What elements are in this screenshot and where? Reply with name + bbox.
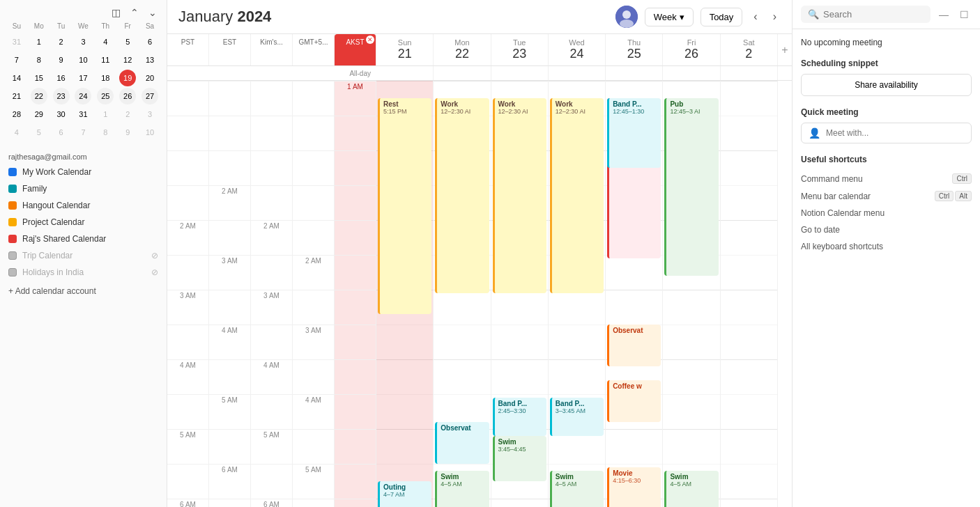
day-col-thu25[interactable]: Flying back home12–4 AMBand P...12:45–1:… — [606, 81, 663, 507]
event-thu25-2[interactable]: Observat — [607, 325, 661, 366]
mini-cal-day[interactable]: 28 — [8, 106, 25, 123]
mini-cal-day[interactable]: 8 — [97, 124, 114, 141]
calendar-item-raj-shared[interactable]: Raj's Shared Calendar — [0, 231, 167, 247]
calendar-item-my-work[interactable]: My Work Calendar — [0, 164, 167, 180]
mini-cal-day[interactable]: 20 — [141, 70, 158, 86]
day-col-mon22[interactable]: Work12–2:30 AIObservatSwim4–5 AM — [434, 81, 491, 507]
event-mon22-1[interactable]: Observat — [435, 422, 489, 464]
event-wed24-1[interactable]: Band P...3–3:45 AM — [550, 398, 604, 436]
mini-cal-day[interactable]: 10 — [75, 52, 91, 68]
mini-cal-day[interactable]: 4 — [97, 33, 114, 50]
user-avatar[interactable] — [615, 6, 638, 28]
mini-cal-day[interactable]: 2 — [53, 33, 70, 50]
calendar-item-trip[interactable]: Trip Calendar⊘ — [0, 247, 167, 264]
mini-cal-day[interactable]: 7 — [8, 52, 25, 68]
event-thu25-3[interactable]: Coffee w — [607, 380, 661, 422]
calendar-item-holidays[interactable]: Holidays in India⊘ — [0, 264, 167, 281]
day-col-wed24[interactable]: Work12–2:30 AIBand P...3–3:45 AMSwim4–5 … — [549, 81, 606, 507]
day-header-wed24[interactable]: Wed24 — [549, 34, 606, 65]
mini-cal-day[interactable]: 6 — [141, 33, 158, 50]
mini-cal-day[interactable]: 17 — [75, 70, 91, 86]
calendar-item-project[interactable]: Project Calendar — [0, 214, 167, 231]
event-tue23-0[interactable]: Work12–2:30 AI — [493, 98, 546, 293]
mini-cal-day[interactable]: 31 — [75, 106, 91, 123]
mini-cal-day[interactable]: 16 — [53, 70, 70, 86]
view-selector-btn[interactable]: Week ▾ — [645, 8, 694, 26]
event-fri26-1[interactable]: Swim4–5 AM — [664, 471, 718, 507]
mini-cal-day[interactable]: 27 — [141, 88, 158, 104]
day-col-sun21[interactable]: Rest5:15 PMOuting4–7 AM — [376, 81, 434, 507]
event-wed24-0[interactable]: Work12–2:30 AI — [550, 98, 604, 293]
event-wed24-2[interactable]: Swim4–5 AM — [550, 471, 604, 507]
mini-cal-day[interactable]: 31 — [8, 33, 25, 50]
mini-cal-day[interactable]: 5 — [119, 33, 136, 50]
mini-cal-day[interactable]: 5 — [31, 124, 47, 141]
sidebar-toggle-btn[interactable]: ◫ — [109, 6, 123, 20]
share-availability-btn[interactable]: Share availability — [801, 74, 972, 96]
mini-cal-day[interactable]: 25 — [97, 88, 114, 104]
day-header-sun21[interactable]: Sun21 — [376, 34, 434, 65]
calendar-item-family[interactable]: Family — [0, 180, 167, 197]
mini-cal-day[interactable]: 18 — [97, 70, 114, 86]
mini-cal-day[interactable]: 22 — [31, 88, 47, 104]
mini-cal-day[interactable]: 8 — [31, 52, 47, 68]
mini-cal-day[interactable]: 19 — [119, 70, 136, 86]
shortcut-row-4[interactable]: All keyboard shortcuts — [801, 238, 972, 255]
mini-cal-day[interactable]: 2 — [119, 106, 136, 123]
mini-cal-prev-btn[interactable]: ⌃ — [128, 6, 141, 20]
event-thu25-1[interactable]: Band P...12:45–1:30 — [607, 98, 661, 168]
today-btn[interactable]: Today — [700, 8, 743, 26]
event-sun21-1[interactable]: Outing4–7 AM — [378, 481, 431, 507]
mini-cal-day[interactable]: 3 — [75, 33, 91, 50]
calendar-item-hangout[interactable]: Hangout Calendar — [0, 197, 167, 214]
day-header-tue23[interactable]: Tue23 — [491, 34, 549, 65]
day-header-sat2[interactable]: Sat2 — [721, 34, 778, 65]
mini-cal-day[interactable]: 4 — [8, 124, 25, 141]
mini-cal-day[interactable]: 21 — [8, 88, 25, 104]
shortcut-row-2[interactable]: Notion Calendar menu — [801, 205, 972, 221]
minimize-btn[interactable]: — — [936, 8, 951, 22]
next-week-btn[interactable]: › — [769, 8, 781, 26]
mini-cal-day[interactable]: 1 — [97, 106, 114, 123]
shortcut-row-1[interactable]: Menu bar calendarCtrlAlt — [801, 187, 972, 205]
shortcut-row-3[interactable]: Go to date — [801, 221, 972, 238]
mini-cal-day[interactable]: 13 — [141, 52, 158, 68]
shortcut-row-0[interactable]: Command menuCtrl — [801, 170, 972, 187]
mini-cal-day[interactable]: 7 — [75, 124, 91, 141]
day-header-thu25[interactable]: Thu25 — [606, 34, 663, 65]
mini-cal-day[interactable]: 23 — [53, 88, 70, 104]
mini-cal-day[interactable]: 11 — [97, 52, 114, 68]
event-tue23-1[interactable]: Band P...2:45–3:30 — [493, 398, 546, 436]
mini-cal-day[interactable]: 15 — [31, 70, 47, 86]
event-sun21-0[interactable]: Rest5:15 PM — [378, 98, 431, 314]
mini-cal-day[interactable]: 24 — [75, 88, 91, 104]
mini-cal-day[interactable]: 10 — [141, 124, 158, 141]
mini-cal-next-btn[interactable]: ⌄ — [146, 6, 160, 20]
search-input[interactable] — [823, 9, 924, 20]
add-calendar-account-btn[interactable]: + Add calendar account — [0, 281, 167, 302]
mini-cal-day[interactable]: 1 — [31, 33, 47, 50]
mini-cal-day[interactable]: 26 — [119, 88, 136, 104]
event-mon22-0[interactable]: Work12–2:30 AI — [435, 98, 489, 293]
meet-with-input[interactable] — [826, 128, 964, 138]
mini-cal-day[interactable]: 9 — [119, 124, 136, 141]
mini-cal-day[interactable]: 12 — [119, 52, 136, 68]
mini-cal-day[interactable]: 29 — [31, 106, 47, 123]
day-header-fri26[interactable]: Fri26 — [663, 34, 720, 65]
day-col-tue23[interactable]: Work12–2:30 AIBand P...2:45–3:30Swim3:45… — [491, 81, 549, 507]
prev-week-btn[interactable]: ‹ — [749, 8, 761, 26]
tz-remove-akst-btn[interactable]: ✕ — [366, 36, 374, 44]
day-col-fri26[interactable]: Pub12:45–3 AISwim4–5 AM — [663, 81, 720, 507]
event-fri26-0[interactable]: Pub12:45–3 AI — [664, 98, 718, 276]
day-header-mon22[interactable]: Mon22 — [434, 34, 491, 65]
maximize-btn[interactable]: ☐ — [957, 8, 972, 22]
day-col-sat2[interactable] — [721, 81, 778, 507]
mini-cal-day[interactable]: 3 — [141, 106, 158, 123]
mini-cal-day[interactable]: 6 — [53, 124, 70, 141]
mini-cal-day[interactable]: 30 — [53, 106, 70, 123]
event-thu25-4[interactable]: Movie4:15–6:30 — [607, 467, 661, 507]
event-mon22-2[interactable]: Swim4–5 AM — [435, 471, 489, 507]
event-tue23-2[interactable]: Swim3:45–4:45 — [493, 436, 546, 481]
mini-cal-day[interactable]: 14 — [8, 70, 25, 86]
add-tz-btn[interactable]: + — [778, 34, 792, 65]
